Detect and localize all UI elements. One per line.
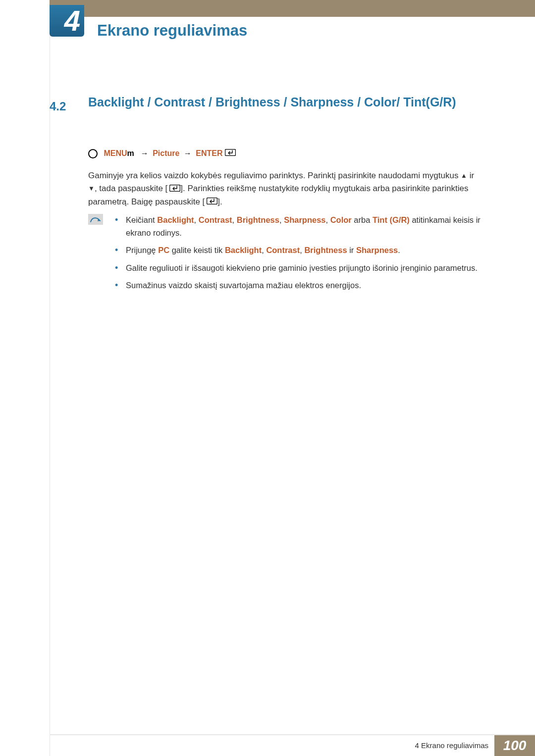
sep: , bbox=[262, 246, 266, 254]
svg-rect-0 bbox=[225, 150, 235, 156]
page-number-box: 100 bbox=[494, 735, 535, 756]
note-block: Keičiant Backlight, Contrast, Brightness… bbox=[88, 214, 481, 297]
enter-label: ENTER bbox=[196, 149, 222, 157]
menu-path: MENUm → Picture → ENTER bbox=[88, 148, 236, 160]
svg-rect-3 bbox=[88, 214, 103, 225]
highlight-sharpness: Sharpness bbox=[356, 246, 398, 254]
remote-control-icon bbox=[88, 149, 98, 158]
arrow-icon: → bbox=[184, 149, 192, 157]
section-title: Backlight / Contrast / Brightness / Shar… bbox=[88, 94, 471, 111]
footer-caption: 4 Ekrano reguliavimas bbox=[415, 740, 488, 751]
left-margin-stripe bbox=[0, 0, 50, 756]
highlight-backlight: Backlight bbox=[157, 215, 194, 224]
footer-text-group: 4 Ekrano reguliavimas100 bbox=[415, 735, 535, 756]
note-text: Keičiant bbox=[126, 215, 157, 224]
note-text: Sumažinus vaizdo skaistį suvartojama maž… bbox=[126, 281, 361, 290]
enter-icon bbox=[207, 196, 217, 208]
highlight-sharpness: Sharpness bbox=[284, 215, 325, 224]
body-text-frag: , tada paspauskite [ bbox=[95, 184, 167, 193]
list-item: Prijungę PC galite keisti tik Backlight,… bbox=[115, 244, 481, 257]
highlight-pc: PC bbox=[158, 246, 169, 254]
svg-rect-1 bbox=[170, 185, 180, 191]
note-text: . bbox=[398, 246, 400, 254]
enter-icon bbox=[225, 148, 236, 160]
highlight-contrast: Contrast bbox=[199, 215, 232, 224]
list-item: Sumažinus vaizdo skaistį suvartojama maž… bbox=[115, 279, 481, 292]
sep: , bbox=[300, 246, 304, 254]
highlight-contrast: Contrast bbox=[266, 246, 300, 254]
body-text-frag: ir bbox=[467, 171, 474, 180]
note-list: Keičiant Backlight, Contrast, Brightness… bbox=[115, 214, 481, 292]
menu-m-suffix: m bbox=[127, 149, 134, 157]
note-icon bbox=[88, 214, 103, 225]
enter-icon bbox=[169, 183, 180, 196]
sep: , bbox=[194, 215, 199, 224]
down-triangle-icon: ▼ bbox=[88, 185, 95, 193]
highlight-tint: Tint (G/R) bbox=[373, 215, 410, 224]
sep: , bbox=[279, 215, 284, 224]
section-number: 4.2 bbox=[50, 97, 66, 115]
note-text: Galite reguliuoti ir išsaugoti kiekvieno… bbox=[126, 263, 478, 272]
chapter-number: 4 bbox=[64, 5, 80, 37]
highlight-brightness: Brightness bbox=[304, 246, 347, 254]
arrow-icon: → bbox=[141, 149, 149, 157]
sep: , bbox=[232, 215, 237, 224]
highlight-brightness: Brightness bbox=[237, 215, 279, 224]
body-text-frag: Gaminyje yra kelios vaizdo kokybės regul… bbox=[88, 171, 461, 180]
note-text: Prijungę bbox=[126, 246, 158, 254]
chapter-tab: 4 bbox=[50, 5, 84, 37]
header-band bbox=[50, 0, 535, 17]
up-triangle-icon: ▲ bbox=[461, 172, 467, 179]
body-text-frag: ]. bbox=[217, 197, 222, 206]
highlight-color: Color bbox=[330, 215, 352, 224]
highlight-backlight: Backlight bbox=[225, 246, 262, 254]
sep: , bbox=[326, 215, 330, 224]
page-footer: 4 Ekrano reguliavimas100 bbox=[50, 734, 535, 756]
svg-rect-2 bbox=[207, 198, 217, 204]
note-text: ir bbox=[347, 246, 356, 254]
picture-label: Picture bbox=[153, 149, 179, 157]
note-text: galite keisti tik bbox=[169, 246, 225, 254]
body-paragraph: Gaminyje yra kelios vaizdo kokybės regul… bbox=[88, 169, 481, 213]
note-text: arba bbox=[352, 215, 373, 224]
menu-label: MENU bbox=[104, 149, 127, 157]
list-item: Keičiant Backlight, Contrast, Brightness… bbox=[115, 214, 481, 239]
page-number: 100 bbox=[503, 738, 527, 753]
chapter-title: Ekrano reguliavimas bbox=[97, 19, 247, 43]
list-item: Galite reguliuoti ir išsaugoti kiekvieno… bbox=[115, 262, 481, 275]
